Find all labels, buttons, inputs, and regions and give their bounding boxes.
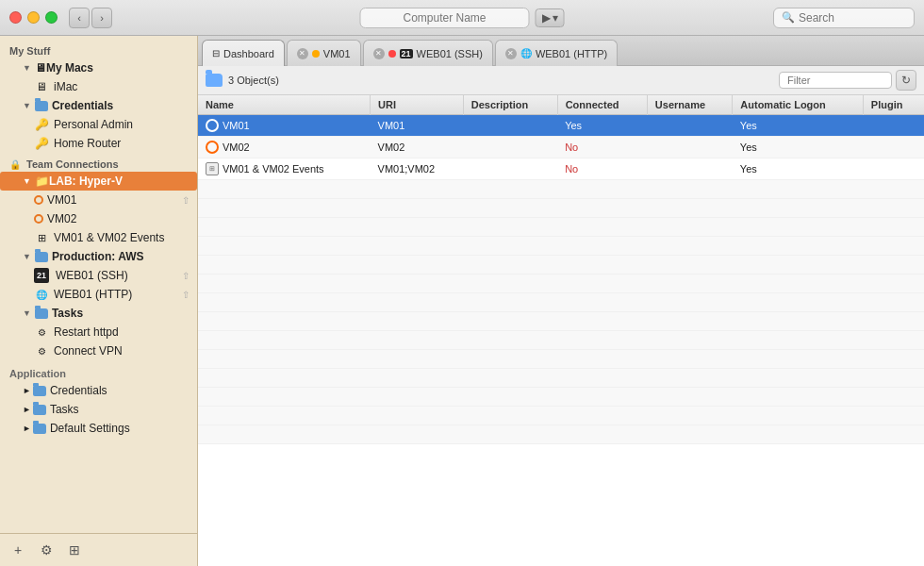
add-button[interactable]: + bbox=[8, 540, 28, 560]
upload-icon-2: ⇧ bbox=[182, 271, 190, 281]
team-connections-header: 🔒 Team Connections bbox=[0, 153, 197, 172]
tab-dashboard[interactable]: ⊟ Dashboard bbox=[202, 40, 285, 66]
app-tasks-label: Tasks bbox=[50, 403, 79, 416]
cell-connected: No bbox=[557, 137, 647, 158]
main-layout: My Stuff ▼ 🖥 My Macs 🖥 iMac ▼ Credential… bbox=[0, 36, 924, 566]
settings-button[interactable]: ⚙ bbox=[36, 540, 57, 560]
vm01-tab-label: VM01 bbox=[323, 48, 351, 59]
chevron-icon: ▼ bbox=[23, 252, 31, 261]
search-bar: 🔍 bbox=[773, 8, 915, 28]
sidebar-item-web01-http[interactable]: 🌐 WEB01 (HTTP) ⇧ bbox=[0, 285, 197, 304]
object-count: 3 Object(s) bbox=[228, 75, 279, 86]
col-plugin[interactable]: Plugin bbox=[863, 95, 924, 115]
cell-uri: VM02 bbox=[371, 137, 464, 158]
http-icon: 🌐 bbox=[34, 287, 49, 302]
toolbar: 3 Object(s) ↻ bbox=[198, 66, 924, 95]
sidebar-item-vm02[interactable]: VM02 bbox=[0, 209, 197, 228]
app-credentials-label: Credentials bbox=[50, 384, 107, 397]
web01-ssh-tab-close[interactable]: ✕ bbox=[373, 48, 385, 59]
play-icon: ▶ bbox=[542, 11, 551, 25]
sidebar-item-credentials[interactable]: ▼ Credentials bbox=[0, 96, 197, 115]
col-connected[interactable]: Connected bbox=[557, 95, 647, 115]
sidebar-item-connect-vpn[interactable]: ⚙ Connect VPN bbox=[0, 341, 197, 360]
sidebar-item-personal-admin[interactable]: 🔑 Personal Admin bbox=[0, 115, 197, 134]
connections-table: Name URI Description Connected Username … bbox=[198, 95, 924, 444]
sidebar-item-tasks[interactable]: ▼ Tasks bbox=[0, 304, 197, 323]
sidebar-item-web01-ssh[interactable]: 21 WEB01 (SSH) ⇧ bbox=[0, 266, 197, 285]
imac-icon: 🖥 bbox=[34, 79, 49, 94]
col-name[interactable]: Name bbox=[198, 95, 371, 115]
empty-row bbox=[198, 275, 924, 293]
back-button[interactable]: ‹ bbox=[69, 8, 90, 28]
key-icon-2: 🔑 bbox=[34, 136, 49, 151]
chevron-icon: ▼ bbox=[23, 176, 31, 186]
cell-connected: No bbox=[557, 158, 647, 180]
folder-icon bbox=[206, 74, 223, 87]
empty-row bbox=[198, 350, 924, 369]
cell-name: ⊞ VM01 & VM02 Events bbox=[198, 158, 371, 180]
titlebar: ‹ › ▶ ▾ 🔍 bbox=[0, 0, 924, 36]
dropdown-arrow: ▾ bbox=[553, 11, 558, 25]
vm-status-icon bbox=[206, 119, 219, 132]
tab-vm01[interactable]: ✕ VM01 bbox=[287, 40, 361, 66]
vm01-vm02-events-label: VM01 & VM02 Events bbox=[54, 231, 164, 244]
grid-button[interactable]: ⊞ bbox=[64, 540, 85, 560]
cell-plugin bbox=[863, 158, 924, 180]
maximize-button[interactable] bbox=[45, 11, 58, 24]
empty-row bbox=[198, 407, 924, 425]
table-body: VM01 VM01 Yes Yes bbox=[198, 115, 924, 444]
empty-row bbox=[198, 312, 924, 331]
cell-plugin bbox=[863, 115, 924, 137]
sidebar-item-app-default-settings[interactable]: ► Default Settings bbox=[0, 419, 197, 438]
sidebar-item-vm01[interactable]: VM01 ⇧ bbox=[0, 191, 197, 209]
table-row[interactable]: VM01 VM01 Yes Yes bbox=[198, 115, 924, 137]
cell-username bbox=[647, 137, 733, 158]
sidebar-item-lab-hyper-v[interactable]: ▼ 📁 LAB: Hyper-V bbox=[0, 172, 197, 191]
upload-icon-3: ⇧ bbox=[182, 290, 190, 300]
sidebar-item-production-aws[interactable]: ▼ Production: AWS bbox=[0, 247, 197, 266]
personal-admin-label: Personal Admin bbox=[54, 118, 133, 131]
tab-web01-http[interactable]: ✕ 🌐 WEB01 (HTTP) bbox=[495, 40, 618, 66]
empty-row bbox=[198, 388, 924, 407]
sidebar-item-app-credentials[interactable]: ► Credentials bbox=[0, 381, 197, 400]
sidebar-item-my-macs[interactable]: ▼ 🖥 My Macs bbox=[0, 58, 197, 77]
home-router-label: Home Router bbox=[54, 137, 121, 150]
vpn-icon: ⚙ bbox=[34, 343, 49, 358]
chevron-icon: ► bbox=[23, 386, 31, 395]
search-input[interactable] bbox=[799, 11, 912, 25]
refresh-button[interactable]: ↻ bbox=[896, 70, 916, 91]
play-button[interactable]: ▶ ▾ bbox=[536, 8, 565, 27]
chevron-icon: ▼ bbox=[23, 308, 31, 318]
col-automatic-logon[interactable]: Automatic Logon bbox=[733, 95, 864, 115]
cell-name: VM02 bbox=[198, 137, 371, 158]
sidebar-item-restart-httpd[interactable]: ⚙ Restart httpd bbox=[0, 323, 197, 341]
app-default-settings-label: Default Settings bbox=[50, 422, 130, 435]
vm01-tab-close[interactable]: ✕ bbox=[297, 48, 308, 59]
col-uri[interactable]: URI bbox=[371, 95, 464, 115]
cell-uri: VM01 bbox=[371, 115, 464, 137]
credentials-label: Credentials bbox=[52, 99, 113, 112]
minimize-button[interactable] bbox=[27, 11, 40, 24]
col-description[interactable]: Description bbox=[463, 95, 557, 115]
web01-ssh-tab-label: WEB01 (SSH) bbox=[417, 48, 483, 59]
sidebar-item-home-router[interactable]: 🔑 Home Router bbox=[0, 134, 197, 153]
sidebar-item-vm01-vm02-events[interactable]: ⊞ VM01 & VM02 Events bbox=[0, 228, 197, 247]
col-username[interactable]: Username bbox=[647, 95, 733, 115]
computer-name-input[interactable] bbox=[360, 8, 530, 28]
close-button[interactable] bbox=[9, 11, 22, 24]
tab-web01-ssh[interactable]: ✕ 21 WEB01 (SSH) bbox=[363, 40, 493, 66]
table-row[interactable]: VM02 VM02 No Yes bbox=[198, 137, 924, 158]
dashboard-label: Dashboard bbox=[223, 48, 274, 59]
web01-http-tab-close[interactable]: ✕ bbox=[505, 48, 517, 59]
upload-icon: ⇧ bbox=[182, 195, 190, 206]
cell-description bbox=[463, 115, 557, 137]
sidebar-item-app-tasks[interactable]: ► Tasks bbox=[0, 400, 197, 419]
table-row[interactable]: ⊞ VM01 & VM02 Events VM01;VM02 No Yes bbox=[198, 158, 924, 180]
cell-plugin bbox=[863, 137, 924, 158]
sidebar-item-imac[interactable]: 🖥 iMac bbox=[0, 77, 197, 96]
cell-connected: Yes bbox=[557, 115, 647, 137]
forward-button[interactable]: › bbox=[91, 8, 112, 28]
filter-input[interactable] bbox=[779, 72, 892, 89]
vm-status-icon bbox=[206, 141, 219, 154]
cell-username bbox=[647, 115, 733, 137]
